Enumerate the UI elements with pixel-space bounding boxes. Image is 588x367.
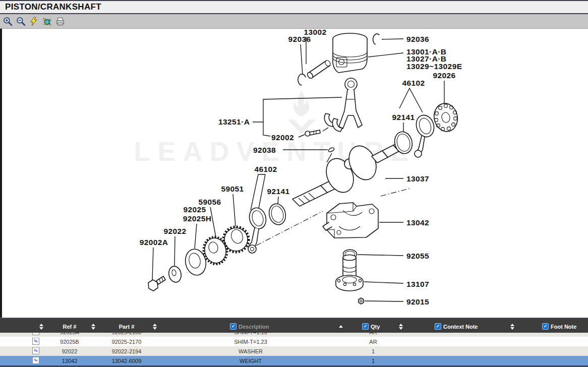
label-92141-left[interactable]: 92141 (267, 187, 289, 196)
piston-drawing (333, 33, 367, 73)
label-92038[interactable]: 92038 (253, 146, 276, 154)
cell-foot-note (517, 333, 588, 337)
description-checkbox[interactable] (230, 323, 237, 330)
toolbar (0, 14, 588, 29)
parts-table-panel: Ref # Part # Description Qty Context Not… (0, 318, 588, 367)
row-note-icon[interactable] (32, 347, 39, 354)
rod-right-drawing (414, 113, 437, 157)
label-92015[interactable]: 92015 (406, 297, 429, 306)
cell-ref: 13042 (49, 356, 90, 365)
context-note-checkbox[interactable] (435, 323, 441, 330)
cell-context-note (414, 346, 504, 356)
cell-foot-note (517, 356, 588, 365)
washer-drawing (167, 265, 183, 283)
table-header: Ref # Part # Description Qty Context Not… (0, 320, 588, 333)
cell-description: SHIM-T=1.10 (166, 333, 335, 337)
label-92002[interactable]: 92002 (271, 133, 294, 142)
label-46102-right[interactable]: 46102 (402, 79, 425, 87)
cell-qty: AR (353, 333, 393, 337)
foot-note-checkbox[interactable] (542, 323, 549, 330)
nut-drawing (359, 298, 364, 304)
flange-bolt-drawing (148, 276, 165, 291)
label-92002A[interactable]: 92002A (140, 238, 168, 247)
sort-control-qty[interactable] (395, 320, 407, 333)
cell-ref: 92022 (49, 346, 90, 356)
rod-bolt-drawing (305, 130, 320, 136)
cell-description: WEIGHT (166, 356, 335, 365)
ring-left-drawing (267, 202, 287, 226)
zoom-in-icon[interactable] (3, 16, 13, 26)
cell-qty: AR (353, 337, 393, 346)
title-bar: PISTON/CRANKSHAFT (0, 0, 588, 14)
label-92036-right[interactable]: 92036 (406, 35, 429, 43)
column-header-ref[interactable]: Ref # (49, 320, 90, 333)
column-header-description[interactable]: Description (230, 320, 290, 333)
label-92022[interactable]: 92022 (163, 227, 186, 235)
cell-context-note (414, 356, 504, 365)
label-92025H[interactable]: 92025H (183, 214, 212, 223)
cell-foot-note (517, 346, 588, 356)
label-59051[interactable]: 59051 (221, 185, 244, 193)
rod-left-drawing (247, 206, 268, 253)
exploded-diagram-svg: LEADVENTURE (0, 29, 588, 318)
label-13107[interactable]: 13107 (406, 280, 429, 288)
sort-asc-description[interactable] (336, 320, 346, 333)
label-13029[interactable]: 13029~13029E (406, 62, 462, 71)
label-13251[interactable]: 13251·A (218, 117, 250, 126)
hotspot-icon[interactable] (42, 16, 52, 26)
cell-part: 92025-2170 (96, 337, 157, 346)
cell-context-note (414, 333, 504, 337)
label-92055[interactable]: 92055 (406, 252, 429, 260)
perforated-disc-drawing (432, 101, 460, 134)
label-92141-right[interactable]: 92141 (392, 113, 415, 121)
cell-part: 92025-2160 (96, 333, 157, 337)
table-body: 92025A 92025-2160 SHIM-T=1.10 AR 92025B … (0, 333, 588, 365)
label-92025[interactable]: 92025 (183, 205, 206, 214)
bearing-shells-drawing (324, 113, 342, 132)
qty-checkbox[interactable] (362, 323, 369, 330)
weight-block-drawing (323, 203, 378, 238)
table-row[interactable]: 92025A 92025-2160 SHIM-T=1.10 AR (0, 333, 588, 337)
table-row[interactable]: 92022 92022-2194 WASHER 1 (0, 346, 588, 356)
cell-description: SHIM-T=1.23 (166, 337, 335, 346)
connecting-rod-drawing (339, 78, 362, 129)
label-46102-left[interactable]: 46102 (254, 165, 277, 173)
cell-part: 92022-2194 (96, 346, 157, 356)
label-92026[interactable]: 92026 (433, 71, 455, 80)
parts-diagram: LEADVENTURE (0, 29, 588, 318)
cell-qty: 1 (353, 356, 393, 365)
label-92036-left[interactable]: 92036 (288, 35, 311, 43)
lightning-icon[interactable] (29, 16, 39, 26)
cell-foot-note (517, 337, 588, 346)
zoom-out-icon[interactable] (16, 16, 26, 26)
print-icon[interactable] (55, 16, 65, 26)
label-13042[interactable]: 13042 (406, 218, 429, 227)
row-note-icon[interactable] (32, 357, 39, 364)
label-13037[interactable]: 13037 (406, 174, 429, 183)
diagram-left-border (0, 29, 2, 318)
column-header-part[interactable]: Part # (106, 320, 147, 333)
sort-control-context[interactable] (506, 320, 518, 333)
column-header-context-note[interactable]: Context Note (435, 320, 495, 333)
sort-control-icon-col[interactable] (35, 320, 47, 333)
sort-control-part[interactable] (149, 320, 161, 333)
page-title: PISTON/CRANKSHAFT (0, 2, 101, 12)
cell-part: 13042-6009 (96, 356, 157, 365)
hub-drawing (336, 255, 363, 291)
row-note-icon[interactable] (32, 338, 39, 345)
cell-description: WASHER (166, 346, 335, 356)
row-note-icon[interactable] (32, 333, 39, 335)
cell-qty: 1 (353, 346, 393, 356)
table-row[interactable]: 92025B 92025-2170 SHIM-T=1.23 AR (0, 337, 588, 346)
cell-ref: 92025B (49, 337, 90, 346)
cell-ref: 92025A (49, 333, 90, 337)
sort-control-ref[interactable] (87, 320, 99, 333)
column-header-foot-note[interactable]: Foot Note (542, 320, 587, 333)
cell-context-note (414, 337, 504, 346)
column-header-qty[interactable]: Qty (362, 320, 392, 333)
table-row-selected[interactable]: 13042 13042-6009 WEIGHT 1 (0, 356, 588, 365)
